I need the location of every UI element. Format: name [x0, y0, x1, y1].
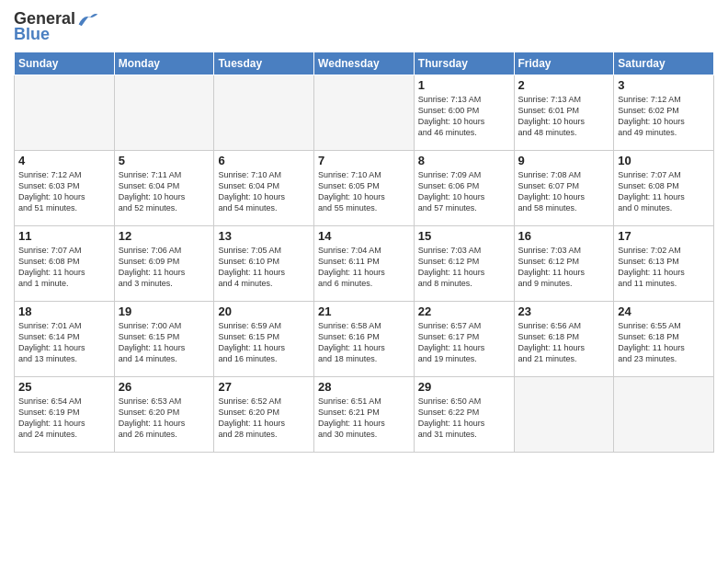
calendar-cell: 15Sunrise: 7:03 AMSunset: 6:12 PMDayligh…: [414, 226, 514, 302]
weekday-header-tuesday: Tuesday: [214, 52, 314, 75]
weekday-header-monday: Monday: [114, 52, 214, 75]
cell-info: Sunrise: 6:57 AMSunset: 6:17 PMDaylight:…: [418, 320, 510, 365]
day-number: 12: [119, 229, 210, 243]
calendar-cell: 25Sunrise: 6:54 AMSunset: 6:19 PMDayligh…: [15, 377, 115, 453]
logo: General Blue: [14, 9, 99, 44]
cell-info: Sunrise: 7:12 AMSunset: 6:03 PMDaylight:…: [18, 169, 110, 214]
calendar-week-0: 1Sunrise: 7:13 AMSunset: 6:00 PMDaylight…: [15, 75, 714, 151]
calendar-cell: [15, 75, 115, 151]
cell-info: Sunrise: 7:04 AMSunset: 6:11 PMDaylight:…: [318, 245, 410, 290]
weekday-header-saturday: Saturday: [614, 52, 714, 75]
day-number: 29: [418, 380, 510, 394]
day-number: 17: [618, 229, 710, 243]
day-number: 20: [218, 304, 310, 318]
logo-blue-text: Blue: [14, 25, 50, 44]
day-number: 1: [418, 78, 510, 92]
calendar-week-2: 11Sunrise: 7:07 AMSunset: 6:08 PMDayligh…: [15, 226, 714, 302]
calendar-cell: 21Sunrise: 6:58 AMSunset: 6:16 PMDayligh…: [314, 302, 415, 377]
calendar-cell: [314, 75, 415, 151]
day-number: 5: [119, 154, 210, 167]
cell-info: Sunrise: 7:07 AMSunset: 6:08 PMDaylight:…: [618, 169, 710, 214]
weekday-header-wednesday: Wednesday: [314, 52, 415, 75]
cell-info: Sunrise: 7:11 AMSunset: 6:04 PMDaylight:…: [119, 169, 210, 214]
calendar-cell: 14Sunrise: 7:04 AMSunset: 6:11 PMDayligh…: [314, 226, 415, 302]
calendar-cell: 20Sunrise: 6:59 AMSunset: 6:15 PMDayligh…: [214, 302, 314, 377]
day-number: 21: [318, 304, 410, 318]
cell-info: Sunrise: 7:13 AMSunset: 6:00 PMDaylight:…: [418, 94, 510, 139]
calendar-cell: 29Sunrise: 6:50 AMSunset: 6:22 PMDayligh…: [414, 377, 514, 453]
calendar-cell: 10Sunrise: 7:07 AMSunset: 6:08 PMDayligh…: [614, 151, 714, 226]
calendar-cell: 4Sunrise: 7:12 AMSunset: 6:03 PMDaylight…: [15, 151, 115, 226]
calendar-cell: 9Sunrise: 7:08 AMSunset: 6:07 PMDaylight…: [514, 151, 614, 226]
cell-info: Sunrise: 7:07 AMSunset: 6:08 PMDaylight:…: [18, 245, 110, 290]
calendar-cell: 6Sunrise: 7:10 AMSunset: 6:04 PMDaylight…: [214, 151, 314, 226]
day-number: 14: [318, 229, 410, 243]
cell-info: Sunrise: 7:08 AMSunset: 6:07 PMDaylight:…: [518, 169, 610, 214]
calendar-cell: 17Sunrise: 7:02 AMSunset: 6:13 PMDayligh…: [614, 226, 714, 302]
day-number: 23: [518, 304, 610, 318]
day-number: 15: [418, 229, 510, 243]
cell-info: Sunrise: 6:54 AMSunset: 6:19 PMDaylight:…: [18, 396, 110, 441]
calendar-cell: 23Sunrise: 6:56 AMSunset: 6:18 PMDayligh…: [514, 302, 614, 377]
cell-info: Sunrise: 7:00 AMSunset: 6:15 PMDaylight:…: [119, 320, 210, 365]
calendar-cell: 7Sunrise: 7:10 AMSunset: 6:05 PMDaylight…: [314, 151, 415, 226]
calendar-cell: [614, 377, 714, 453]
cell-info: Sunrise: 7:02 AMSunset: 6:13 PMDaylight:…: [618, 245, 710, 290]
day-number: 6: [218, 154, 310, 167]
cell-info: Sunrise: 6:51 AMSunset: 6:21 PMDaylight:…: [318, 396, 410, 441]
cell-info: Sunrise: 6:50 AMSunset: 6:22 PMDaylight:…: [418, 396, 510, 441]
cell-info: Sunrise: 7:01 AMSunset: 6:14 PMDaylight:…: [18, 320, 110, 365]
cell-info: Sunrise: 7:13 AMSunset: 6:01 PMDaylight:…: [518, 94, 610, 139]
cell-info: Sunrise: 7:10 AMSunset: 6:04 PMDaylight:…: [218, 169, 310, 214]
calendar-cell: [214, 75, 314, 151]
calendar-cell: 26Sunrise: 6:53 AMSunset: 6:20 PMDayligh…: [114, 377, 214, 453]
day-number: 11: [18, 229, 110, 243]
calendar-cell: [514, 377, 614, 453]
calendar-table: SundayMondayTuesdayWednesdayThursdayFrid…: [14, 52, 714, 453]
day-number: 8: [418, 154, 510, 167]
cell-info: Sunrise: 6:52 AMSunset: 6:20 PMDaylight:…: [218, 396, 310, 441]
day-number: 3: [618, 78, 710, 92]
cell-info: Sunrise: 6:53 AMSunset: 6:20 PMDaylight:…: [119, 396, 210, 441]
cell-info: Sunrise: 7:05 AMSunset: 6:10 PMDaylight:…: [218, 245, 310, 290]
calendar-cell: 3Sunrise: 7:12 AMSunset: 6:02 PMDaylight…: [614, 75, 714, 151]
day-number: 2: [518, 78, 610, 92]
calendar-cell: 24Sunrise: 6:55 AMSunset: 6:18 PMDayligh…: [614, 302, 714, 377]
calendar-week-4: 25Sunrise: 6:54 AMSunset: 6:19 PMDayligh…: [15, 377, 714, 453]
weekday-header-sunday: Sunday: [15, 52, 115, 75]
cell-info: Sunrise: 6:58 AMSunset: 6:16 PMDaylight:…: [318, 320, 410, 365]
calendar-cell: [114, 75, 214, 151]
day-number: 7: [318, 154, 410, 167]
calendar-cell: 8Sunrise: 7:09 AMSunset: 6:06 PMDaylight…: [414, 151, 514, 226]
day-number: 13: [218, 229, 310, 243]
calendar-week-3: 18Sunrise: 7:01 AMSunset: 6:14 PMDayligh…: [15, 302, 714, 377]
calendar-cell: 2Sunrise: 7:13 AMSunset: 6:01 PMDaylight…: [514, 75, 614, 151]
day-number: 24: [618, 304, 710, 318]
day-number: 22: [418, 304, 510, 318]
cell-info: Sunrise: 7:03 AMSunset: 6:12 PMDaylight:…: [418, 245, 510, 290]
day-number: 26: [119, 380, 210, 394]
calendar-cell: 12Sunrise: 7:06 AMSunset: 6:09 PMDayligh…: [114, 226, 214, 302]
cell-info: Sunrise: 7:09 AMSunset: 6:06 PMDaylight:…: [418, 169, 510, 214]
cell-info: Sunrise: 7:06 AMSunset: 6:09 PMDaylight:…: [119, 245, 210, 290]
calendar-cell: 13Sunrise: 7:05 AMSunset: 6:10 PMDayligh…: [214, 226, 314, 302]
weekday-header-friday: Friday: [514, 52, 614, 75]
calendar-cell: 19Sunrise: 7:00 AMSunset: 6:15 PMDayligh…: [114, 302, 214, 377]
weekday-header-row: SundayMondayTuesdayWednesdayThursdayFrid…: [15, 52, 714, 75]
cell-info: Sunrise: 6:55 AMSunset: 6:18 PMDaylight:…: [618, 320, 710, 365]
day-number: 16: [518, 229, 610, 243]
cell-info: Sunrise: 7:03 AMSunset: 6:12 PMDaylight:…: [518, 245, 610, 290]
calendar-cell: 16Sunrise: 7:03 AMSunset: 6:12 PMDayligh…: [514, 226, 614, 302]
cell-info: Sunrise: 6:56 AMSunset: 6:18 PMDaylight:…: [518, 320, 610, 365]
day-number: 28: [318, 380, 410, 394]
logo-bird-icon: [77, 11, 99, 28]
header: General Blue: [14, 9, 714, 44]
weekday-header-thursday: Thursday: [414, 52, 514, 75]
day-number: 27: [218, 380, 310, 394]
cell-info: Sunrise: 6:59 AMSunset: 6:15 PMDaylight:…: [218, 320, 310, 365]
day-number: 9: [518, 154, 610, 167]
day-number: 18: [18, 304, 110, 318]
calendar-week-1: 4Sunrise: 7:12 AMSunset: 6:03 PMDaylight…: [15, 151, 714, 226]
calendar-cell: 28Sunrise: 6:51 AMSunset: 6:21 PMDayligh…: [314, 377, 415, 453]
day-number: 25: [18, 380, 110, 394]
